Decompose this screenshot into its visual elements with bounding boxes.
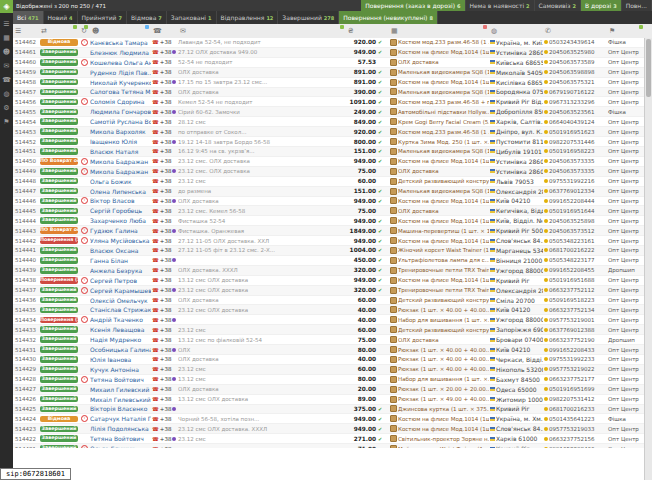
table-row[interactable]: 514436ЗавершенийОлексій Омельчук☎+38ОЛХ … [13,296,645,306]
table-row[interactable]: 514447ЗавершенийОлена Липенська☎+38до ра… [13,187,645,197]
table-row[interactable]: 514425ЗавершенийВікторія Власенко☎+38375… [13,405,645,415]
phone-cell[interactable]: ☎+38 [151,68,178,77]
table-row[interactable]: 514441ЗавершенийВласюк Оксана☎+3827.12 1… [13,246,645,256]
phone-cell[interactable]: ☎+38 [151,246,178,255]
phone-cell[interactable]: ☎+38 [151,78,178,87]
phone-cell[interactable]: ☎+38 [151,266,178,275]
table-row[interactable]: 514458ЗавершенийНиколай Кучеренко☎+3817.… [13,78,645,88]
table-row[interactable]: 514439ЗавершенийАнжела Безрука☎+38ОЛХ до… [13,266,645,276]
column-header-comments[interactable]: ✉ [178,24,346,38]
phone-cell[interactable]: ☎+38 [151,414,178,423]
table-row[interactable]: 514432ЗавершенийНадія Мудренко☎+3813.12 … [13,335,645,345]
table-row[interactable]: 514427ЗавершенийМихаил Гилевский☎+38ОЛХ … [13,385,645,395]
table-row[interactable]: 514462ВідмоваiКанєвська Тамара☎+38Лаванд… [13,38,645,48]
phone-cell[interactable]: ☎+38 [151,434,178,443]
phone-cell[interactable]: ☎+38 [151,127,178,136]
phone-cell[interactable]: ☎+38 [151,117,178,126]
phone-cell[interactable]: ☎+38 [151,167,178,176]
phone-cell[interactable]: ☎+38 [151,177,178,186]
table-row[interactable]: 514421ЗавершенийiОльга Глущук☎+3871.00Ма… [13,444,645,448]
vertical-scrollbar[interactable] [644,38,652,480]
phone-cell[interactable]: ☎+38 [151,38,178,47]
phone-cell[interactable]: ☎+38 [151,355,178,364]
column-header-phone[interactable]: ☎ [151,24,178,38]
table-row[interactable]: 514430ЗавершенийЮлія Іванова☎+38ОЛХ дост… [13,355,645,365]
phone-cell[interactable]: ☎+38 [151,296,178,305]
tab-відправлення[interactable]: Відправлення12 [217,11,279,24]
table-row[interactable]: 514434Повернення (з...iАндрій Ткаченко☎+… [13,315,645,325]
column-header-menu[interactable]: ☰ [13,24,39,38]
phone-cell[interactable]: ☎+38 [151,256,178,265]
table-row[interactable]: 514424ВідмоваiСатарчук Наталія Гр...☎+38… [13,414,645,424]
tab-новий[interactable]: Новий4 [44,11,78,24]
phone-cell[interactable]: ☎+38 [151,187,178,196]
table-row[interactable]: 514442Повернення (з...iУляна Мусійовська… [13,236,645,246]
sites-icon[interactable]: ◍ [3,90,9,98]
column-header-total[interactable]: ₴ [346,24,377,38]
phone-cell[interactable]: ☎+38 [151,48,178,57]
phone-cell[interactable]: ☎+38 [151,444,178,448]
phone-cell[interactable]: ☎+38 [151,236,178,245]
table-row[interactable]: 514429ЗавершенийКучук Антоніна☎+3823.12 … [13,365,645,375]
table-row[interactable]: 514444ЗавершенийЗахарченко Люба☎+38Фиста… [13,216,645,226]
table-row[interactable]: 514443ПО Возврат окiГудзюк Галина☎+38Фис… [13,226,645,236]
phone-cell[interactable]: ☎+38 [151,197,178,206]
table-row[interactable]: 514455ЗавершенийЛюдмила Гончарова☎+38Сір… [13,107,645,117]
table-row[interactable]: 514450ПО Возврат окiМикола Бадражан☎+382… [13,157,645,167]
tab-запаковані[interactable]: Запаковані1 [167,11,217,24]
table-row[interactable]: 514454ЗавершенийСамотій Руслана Во...☎+3… [13,117,645,127]
column-header-source[interactable]: ⚑ [607,24,645,38]
table-row[interactable]: 514426ЗавершенийМихаіл Гилевський☎+3813.… [13,395,645,405]
phone-cell[interactable]: ☎+38 [151,424,178,433]
column-header-products[interactable]: ▦ [389,24,489,38]
table-row[interactable]: 514453ЗавершенийМикола Вархоляк☎+38по от… [13,127,645,137]
tab-повн-[interactable]: Повн... [622,0,652,11]
phone-cell[interactable]: ☎+38 [151,88,178,97]
table-row[interactable]: 514422ЗавершенийТетяна Войтович☎+3823.12… [13,434,645,444]
tab-в-дорозі[interactable]: В дорозі3 [581,0,622,11]
phone-cell[interactable]: ☎+38 [151,325,178,334]
table-row[interactable]: 514435ЗавершенийСтаніслав Стрижак☎+3823.… [13,305,645,315]
calls-icon[interactable]: ☎ [2,76,11,84]
table-row[interactable]: 514451ЗавершенийВласюк Наталя☎+3816.12 9… [13,147,645,157]
tab-самовивіз[interactable]: Самовивіз2 [535,0,581,11]
table-row[interactable]: 514437ЗавершенийiСергей Карамышев☎+3823.… [13,286,645,296]
column-header-ttn-phone[interactable]: ✆ [543,24,607,38]
mail-icon[interactable]: ✉ [4,62,10,70]
tab-повернення-заказ-в-дорозі-[interactable]: Повернення (заказ в дорозі)6 [361,0,465,11]
table-row[interactable]: 514431ЗавершенийОсобницька Галина В...☎+… [13,345,645,355]
scrollbar-thumb[interactable] [646,39,651,97]
table-row[interactable]: 514445ЗавершенийСергій Горобець☎+3823.12… [13,206,645,216]
column-header-status[interactable]: ⇄ [39,24,79,38]
phone-cell[interactable]: ☎+38 [151,315,178,324]
flags-icon[interactable]: ⚑ [3,118,9,126]
tab-прийнятий[interactable]: Прийнятий7 [78,11,127,24]
column-header-payment[interactable] [377,24,389,38]
tab-нема-в-наявності[interactable]: Нема в наявності2 [466,0,535,11]
phone-cell[interactable]: ☎+38 [151,58,178,67]
menu-icon[interactable]: ☰ [3,20,9,28]
column-header-refresh[interactable]: ↻ [79,24,90,38]
table-row[interactable]: 514440ЗавершенийГанна Білан☎+38450.00✔Ул… [13,256,645,266]
app-logo-icon[interactable]: ◈ [0,0,13,13]
phone-cell[interactable]: ☎+38 [151,97,178,106]
phone-cell[interactable]: ☎+38 [151,157,178,166]
column-header-customers[interactable]: ☻ [90,24,151,38]
table-row[interactable]: 514438Повернення (з...iСергей Петров☎+38… [13,276,645,286]
table-row[interactable]: 514452ЗавершенийІващенко Юлія☎+3819.12 1… [13,137,645,147]
dashboard-icon[interactable]: ▦ [3,34,10,42]
phone-cell[interactable]: ☎+38 [151,395,178,404]
table-row[interactable]: 514457ЗавершенийСалогова Тетяна М...☎+38… [13,88,645,98]
column-header-geo[interactable]: ◍ [489,24,543,38]
phone-cell[interactable]: ☎+38 [151,206,178,215]
table-row[interactable]: 514460ЗавершенийiКошелева Ольга Ан...☎+3… [13,58,645,68]
clients-icon[interactable]: ☻ [3,48,10,56]
table-row[interactable]: 514449ЗавершенийiМикола Бадражан☎+3823.1… [13,167,645,177]
tab-повернення-невикуплені-[interactable]: Повернення (невикуплені)8 [339,11,438,24]
phone-cell[interactable]: ☎+38 [151,345,178,354]
table-row[interactable]: 514448ЗавершенийОльга Божик☎+3823.12 смс… [13,177,645,187]
table-row[interactable]: 514461ЗавершенийБлезнюк Людмила А...☎+38… [13,48,645,58]
table-row[interactable]: 514433ЗавершенийКсенія Леващова☎+3823.12… [13,325,645,335]
table-row[interactable]: 514428ЗавершенийiТетяна Войтович☎+3813.1… [13,375,645,385]
table-row[interactable]: 514456ЗавершенийiСоломія Сдорина☎+38Кеме… [13,97,645,107]
